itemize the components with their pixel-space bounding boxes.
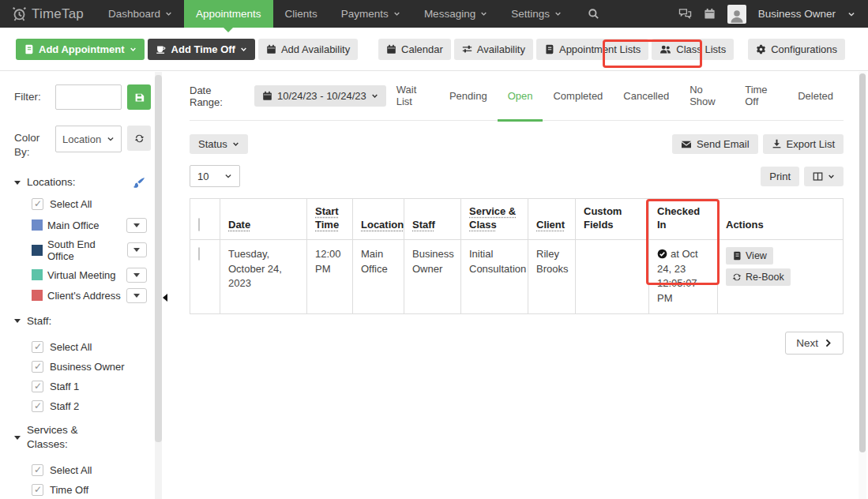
location-dropdown-button[interactable] — [126, 268, 147, 283]
nav-item-appointments[interactable]: Appointments — [184, 0, 273, 28]
filter-sidebar: Filter: Color By: Location Locations: Se… — [0, 72, 155, 499]
checkbox[interactable] — [32, 341, 43, 353]
location-item-main-office[interactable]: Main Office — [32, 218, 155, 233]
sidebar-scrollbar-thumb[interactable] — [155, 75, 162, 442]
column-header-location[interactable]: Location — [353, 199, 404, 240]
tab-deleted[interactable]: Deleted — [787, 72, 844, 122]
column-header-staff[interactable]: Staff — [404, 199, 461, 240]
page-size-select[interactable]: 10 — [190, 165, 240, 187]
columns-toggle-button[interactable] — [804, 167, 844, 186]
status-filter-button[interactable]: Status — [190, 134, 248, 154]
tab-cancelled[interactable]: Cancelled — [613, 72, 679, 122]
nav-item-dashboard[interactable]: Dashboard — [96, 0, 184, 28]
nav-item-clients[interactable]: Clients — [273, 0, 329, 28]
column-label: Staff — [412, 219, 435, 231]
checkbox[interactable] — [32, 464, 43, 476]
nav-item-messaging[interactable]: Messaging — [412, 0, 499, 28]
book-icon — [544, 44, 554, 54]
checkbox[interactable] — [32, 198, 43, 210]
staff-item-staff-1[interactable]: Staff 1 — [32, 381, 155, 392]
date-range-picker[interactable]: 10/24/23 - 10/24/23 — [254, 85, 386, 107]
button-label: Configurations — [771, 43, 837, 55]
export-list-button[interactable]: Export List — [763, 134, 844, 154]
refresh-colors-button[interactable] — [127, 126, 151, 151]
cell-actions: View Re-Book — [718, 239, 844, 313]
column-header-service-class[interactable]: Service & Class — [461, 199, 528, 240]
location-dropdown-button[interactable] — [126, 288, 147, 303]
staff-item-staff-2[interactable]: Staff 2 — [32, 400, 155, 412]
filter-input[interactable] — [55, 84, 122, 110]
service-item-time-off[interactable]: Time Off — [32, 484, 155, 496]
page-scrollbar[interactable] — [859, 72, 866, 499]
filter-row: Filter: — [14, 84, 155, 110]
nav-item-settings[interactable]: Settings — [499, 0, 573, 28]
chat-icon[interactable] — [678, 8, 692, 20]
class-lists-view-button[interactable]: Class Lists — [652, 39, 734, 60]
configurations-button[interactable]: Configurations — [748, 39, 845, 60]
locations-select-all[interactable]: Select All — [32, 198, 155, 210]
next-page-button[interactable]: Next — [785, 332, 844, 355]
timetap-logo[interactable]: TimeTap — [0, 6, 96, 22]
tab-label: Deleted — [798, 90, 833, 102]
appointments-table: Date Start Time Location Staff Service &… — [190, 198, 844, 314]
services-section-header[interactable]: Services & Classes: — [14, 423, 155, 452]
location-item-south-end-office[interactable]: South End Office — [32, 238, 155, 262]
locations-section-header[interactable]: Locations: — [14, 175, 155, 189]
tab-wait-list[interactable]: Wait List — [386, 72, 439, 122]
column-header-start-time[interactable]: Start Time — [307, 199, 353, 240]
checkbox[interactable] — [32, 400, 43, 412]
tab-no-show[interactable]: No Show — [679, 72, 735, 122]
collapse-caret-icon — [14, 436, 21, 440]
nav-item-payments[interactable]: Payments — [329, 0, 412, 28]
caret-down-icon — [133, 294, 140, 298]
services-select-all[interactable]: Select All — [32, 464, 155, 476]
select-all-checkbox[interactable] — [198, 218, 200, 231]
add-time-off-button[interactable]: Add Time Off — [148, 39, 255, 60]
location-label: Client's Address — [47, 290, 121, 302]
tab-completed[interactable]: Completed — [543, 72, 613, 122]
pagination-footer: Next — [190, 332, 844, 355]
rebook-button[interactable]: Re-Book — [726, 268, 791, 286]
column-label: Actions — [726, 219, 764, 231]
checkbox[interactable] — [32, 361, 43, 373]
tab-time-off[interactable]: Time Off — [735, 72, 787, 122]
add-appointment-button[interactable]: Add Appointment — [16, 39, 145, 60]
send-email-button[interactable]: Send Email — [672, 134, 757, 154]
sidebar-collapse-handle[interactable] — [163, 294, 167, 302]
column-header-date[interactable]: Date — [220, 199, 307, 240]
staff-item-business-owner[interactable]: Business Owner — [32, 361, 155, 373]
column-label: Start Time — [315, 205, 339, 231]
color-swatch — [32, 290, 43, 301]
paintbrush-icon[interactable] — [133, 177, 145, 189]
user-menu-label[interactable]: Business Owner — [758, 8, 836, 20]
tab-open[interactable]: Open — [498, 72, 543, 122]
page-scrollbar-thumb[interactable] — [859, 73, 866, 452]
location-dropdown-button[interactable] — [127, 242, 147, 257]
chevron-down-icon[interactable] — [847, 10, 855, 18]
calendar-icon[interactable] — [704, 8, 716, 20]
staff-select-all[interactable]: Select All — [32, 341, 155, 353]
row-checkbox[interactable] — [198, 247, 200, 261]
appointment-lists-view-button[interactable]: Appointment Lists — [536, 39, 648, 60]
add-availability-button[interactable]: Add Availability — [258, 39, 358, 60]
search-button[interactable] — [578, 0, 609, 28]
appointment-row: Tuesday, October 24, 2023 12:00 PM Main … — [190, 239, 844, 313]
avatar[interactable] — [727, 5, 746, 24]
tab-pending[interactable]: Pending — [439, 72, 498, 122]
checkbox[interactable] — [32, 484, 43, 496]
view-button[interactable]: View — [726, 247, 773, 265]
checkbox[interactable] — [32, 381, 43, 392]
pagination-print-row: 10 Print — [190, 165, 844, 187]
column-header-client[interactable]: Client — [528, 199, 576, 240]
save-filter-button[interactable] — [127, 84, 151, 110]
location-item-virtual-meeting[interactable]: Virtual Meeting — [32, 268, 155, 283]
location-item-clients-address[interactable]: Client's Address — [32, 288, 155, 303]
print-button[interactable]: Print — [761, 167, 799, 186]
availability-view-button[interactable]: Availability — [454, 39, 533, 60]
color-by-select[interactable]: Location — [55, 126, 122, 152]
sidebar-scrollbar[interactable] — [155, 72, 162, 499]
calendar-view-button[interactable]: Calendar — [378, 39, 451, 60]
staff-section-header[interactable]: Staff: — [14, 314, 155, 328]
location-dropdown-button[interactable] — [126, 218, 147, 233]
person-icon — [729, 8, 745, 24]
